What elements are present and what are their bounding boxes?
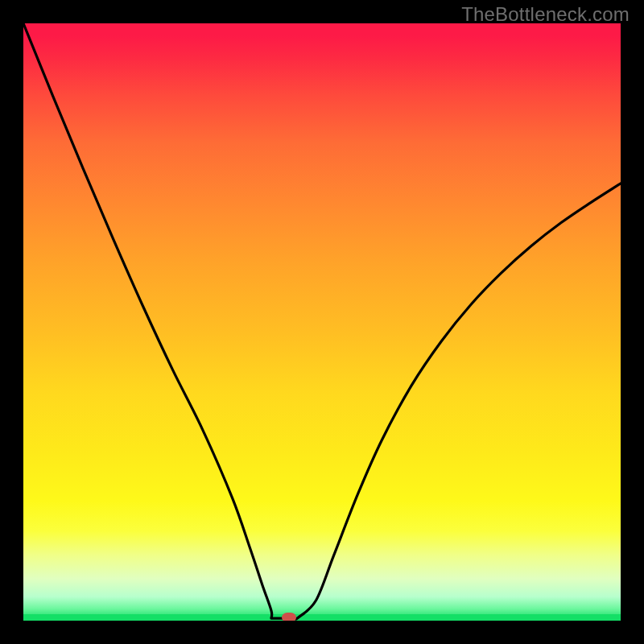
optimal-marker bbox=[282, 613, 296, 621]
plot-area bbox=[23, 23, 621, 621]
chart-frame: TheBottleneck.com bbox=[0, 0, 644, 644]
watermark-text: TheBottleneck.com bbox=[461, 3, 630, 26]
bottleneck-curve bbox=[23, 23, 621, 621]
